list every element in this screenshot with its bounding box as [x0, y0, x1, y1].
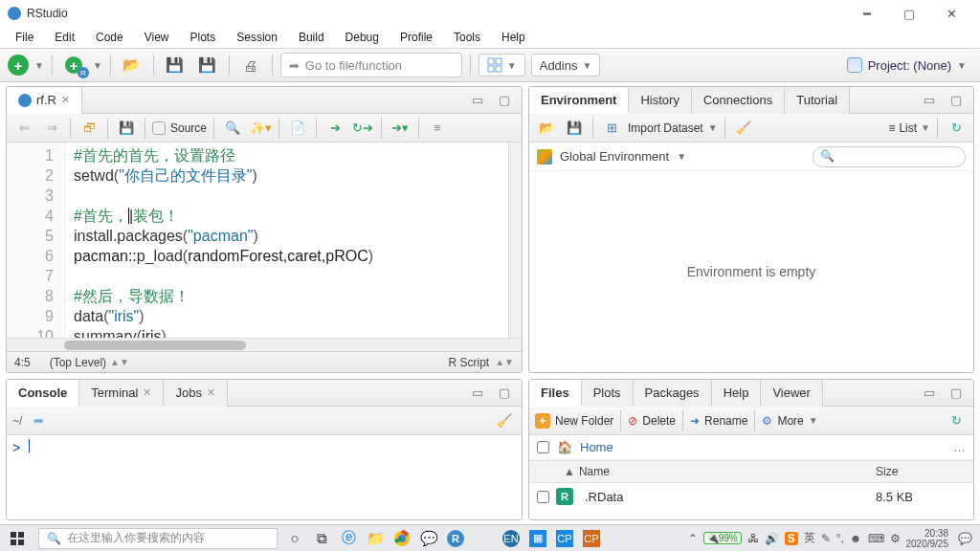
load-workspace-button[interactable]: 📂 — [535, 118, 558, 139]
more-button[interactable]: More — [777, 414, 803, 428]
tray-up-icon[interactable]: ⌃ — [688, 532, 698, 545]
new-project-button[interactable]: + R — [60, 53, 87, 77]
window-maximize-button[interactable]: ▢ — [888, 0, 930, 27]
clear-objects-button[interactable]: 🧹 — [732, 118, 755, 139]
file-checkbox[interactable] — [537, 491, 549, 503]
file-row[interactable]: R .RData 8.5 KB — [529, 483, 973, 510]
app-icon[interactable]: CP — [551, 525, 578, 552]
source-on-save-checkbox[interactable] — [152, 121, 166, 135]
menu-help[interactable]: Help — [492, 29, 535, 46]
breadcrumb-home[interactable]: Home — [580, 440, 613, 454]
compile-report-button[interactable]: 📄 — [286, 118, 309, 139]
file-name[interactable]: .RData — [579, 490, 868, 504]
col-name[interactable]: Name — [579, 465, 610, 478]
minimize-pane-button[interactable]: ▭ — [466, 90, 489, 111]
menu-edit[interactable]: Edit — [45, 29, 84, 46]
endnote-app-icon[interactable]: EN — [498, 525, 524, 552]
save-workspace-button[interactable]: 💾 — [563, 118, 586, 139]
network-icon[interactable]: 🖧 — [747, 532, 759, 545]
re-run-button[interactable]: ↻➔ — [351, 118, 374, 139]
tab-help[interactable]: Help — [712, 380, 762, 407]
chrome-app-icon[interactable] — [389, 525, 415, 552]
menu-file[interactable]: File — [6, 29, 43, 46]
dropdown-icon[interactable]: ▼ — [93, 60, 102, 71]
tab-viewer[interactable]: Viewer — [761, 380, 823, 407]
maximize-pane-button[interactable]: ▢ — [493, 90, 516, 111]
minimize-pane-button[interactable]: ▭ — [466, 383, 489, 404]
env-scope-selector[interactable]: Global Environment — [560, 149, 669, 164]
menu-profile[interactable]: Profile — [390, 29, 442, 46]
ime-punct-icon[interactable]: °, — [836, 532, 844, 545]
save-button[interactable]: 💾 — [162, 53, 189, 77]
scope-selector[interactable]: (Top Level)▲▼ — [50, 356, 129, 369]
menu-code[interactable]: Code — [86, 29, 133, 46]
taskbar-search[interactable]: 🔍 在这里输入你要搜索的内容 — [38, 528, 278, 549]
forward-button[interactable]: ⇒ — [40, 118, 63, 139]
language-mode[interactable]: R Script — [449, 356, 490, 369]
app-icon[interactable]: ▦ — [524, 525, 551, 552]
cortana-button[interactable]: ○ — [281, 525, 308, 552]
code-tools-button[interactable]: ✨▾ — [249, 118, 272, 139]
menu-plots[interactable]: Plots — [181, 29, 226, 46]
tab-tutorial[interactable]: Tutorial — [785, 87, 850, 114]
source-tab-rf[interactable]: rf.R ✕ — [7, 87, 82, 114]
show-in-new-window-button[interactable]: 🗗 — [78, 118, 100, 139]
app-icon[interactable]: CP — [578, 525, 605, 552]
tab-history[interactable]: History — [629, 87, 691, 114]
outline-button[interactable]: ≡ — [426, 118, 449, 139]
run-button[interactable]: ➔ — [323, 118, 346, 139]
ime-settings-icon[interactable]: ⚙ — [890, 532, 901, 545]
edge-app-icon[interactable]: ⓔ — [335, 525, 362, 552]
ime-keyboard-icon[interactable]: ⌨ — [868, 532, 884, 545]
project-menu[interactable]: Project: (None) ▼ — [841, 57, 972, 73]
import-dataset-button[interactable]: Import Dataset — [628, 121, 703, 135]
back-button[interactable]: ⇐ — [12, 118, 35, 139]
ime-mode-icon[interactable]: ✎ — [821, 532, 831, 545]
print-button[interactable]: 🖨 — [237, 53, 264, 77]
env-search-input[interactable] — [813, 146, 966, 167]
workspace-panes-button[interactable]: ▼ — [479, 54, 525, 77]
ime-indicator[interactable]: 英 — [804, 530, 815, 546]
tab-environment[interactable]: Environment — [529, 87, 629, 114]
addins-button[interactable]: Addins ▼ — [531, 54, 601, 77]
files-path-more[interactable]: … — [953, 440, 966, 454]
battery-indicator[interactable]: 🔌99% — [703, 532, 742, 544]
task-view-button[interactable]: ⧉ — [308, 525, 335, 552]
open-file-button[interactable]: 📂 — [119, 53, 145, 77]
new-file-button[interactable]: + — [8, 55, 29, 76]
start-button[interactable] — [0, 525, 34, 552]
save-button[interactable]: 💾 — [115, 118, 138, 139]
maximize-pane-button[interactable]: ▢ — [945, 90, 968, 111]
tab-jobs[interactable]: Jobs✕ — [164, 380, 227, 407]
tab-packages[interactable]: Packages — [634, 380, 712, 407]
console-input[interactable]: > — [7, 435, 522, 519]
menu-debug[interactable]: Debug — [336, 29, 389, 46]
goto-dir-button[interactable]: ➦ — [27, 410, 50, 431]
tab-plots[interactable]: Plots — [582, 380, 634, 407]
clear-console-button[interactable]: 🧹 — [493, 410, 516, 431]
close-icon[interactable]: ✕ — [207, 386, 215, 399]
tab-terminal[interactable]: Terminal✕ — [79, 380, 164, 407]
maximize-pane-button[interactable]: ▢ — [945, 383, 968, 404]
rename-button[interactable]: Rename — [704, 414, 747, 428]
source-button[interactable]: ➔▾ — [389, 118, 412, 139]
editor-horizontal-scrollbar[interactable] — [7, 338, 522, 351]
find-button[interactable]: 🔍 — [221, 118, 244, 139]
file-explorer-icon[interactable]: 📁 — [362, 525, 389, 552]
select-all-checkbox[interactable] — [537, 441, 549, 453]
rstudio-app-icon[interactable]: R — [442, 525, 469, 552]
ime-emoji-icon[interactable]: ☻ — [850, 532, 862, 545]
tab-console[interactable]: Console — [7, 380, 79, 407]
taskbar-clock[interactable]: 20:38 2020/9/25 — [906, 528, 953, 549]
window-close-button[interactable]: ✕ — [930, 0, 972, 27]
maximize-pane-button[interactable]: ▢ — [493, 383, 516, 404]
minimize-pane-button[interactable]: ▭ — [918, 90, 941, 111]
sogou-ime-icon[interactable]: S — [785, 532, 798, 545]
close-icon[interactable]: ✕ — [143, 386, 151, 399]
action-center-icon[interactable]: 💬 — [958, 532, 972, 545]
code-editor[interactable]: #首先的首先，设置路径 setwd("你自己的文件目录") #首先，|装包！ i… — [66, 143, 508, 338]
dropdown-icon[interactable]: ▼ — [34, 60, 44, 71]
save-all-button[interactable]: 💾 — [194, 53, 221, 77]
delete-button[interactable]: Delete — [642, 414, 676, 428]
go-to-file-function-input[interactable]: ➦ Go to file/function — [280, 53, 462, 77]
